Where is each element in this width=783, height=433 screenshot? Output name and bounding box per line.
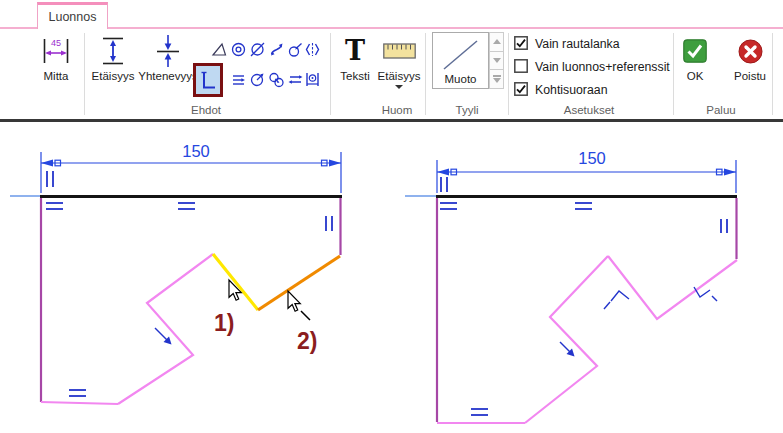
group-separator bbox=[772, 33, 773, 115]
dimension-value: 150 bbox=[182, 142, 210, 160]
down-arrow-icon bbox=[493, 58, 501, 63]
dim-arrowhead bbox=[724, 169, 736, 176]
left-figure: 150 bbox=[10, 142, 342, 404]
sample-dimension-value: 45 bbox=[51, 38, 61, 48]
equal-constraint-mark bbox=[471, 409, 488, 415]
sketch-canvas: 150 bbox=[0, 130, 783, 433]
right-figure: 150 bbox=[405, 149, 737, 423]
equal-constraint-mark bbox=[440, 203, 457, 209]
bottom-edge[interactable] bbox=[41, 402, 118, 404]
checkbox-label: Kohtisuoraan bbox=[535, 83, 607, 97]
checkbox-row-kohtisuoraan[interactable]: Kohtisuoraan bbox=[514, 81, 670, 99]
teksti-label: Teksti bbox=[340, 70, 369, 82]
ok-label: OK bbox=[687, 70, 704, 82]
ruler-icon bbox=[383, 33, 416, 69]
angle-constraint-icon[interactable] bbox=[210, 40, 228, 58]
step-label-2: 2) bbox=[297, 328, 317, 354]
teksti-button[interactable]: T Teksti bbox=[333, 33, 377, 82]
checkbox-label: Vain luonnos+referenssit bbox=[535, 60, 670, 74]
cursor-line-glyph bbox=[301, 311, 310, 320]
style-gallery-spinner bbox=[489, 32, 504, 89]
group-label-tyyli: Tyyli bbox=[456, 104, 479, 116]
ribbon-bottom-border bbox=[0, 119, 783, 122]
vain-luonnos-checkbox[interactable] bbox=[514, 59, 528, 76]
exit-x-icon bbox=[738, 33, 763, 69]
ok-button[interactable]: OK bbox=[678, 33, 712, 82]
group-label-ehdot: Ehdot bbox=[191, 104, 221, 116]
parallel-constraint-icon[interactable] bbox=[286, 70, 304, 88]
etaisyys-annotation-label: Etäisyys bbox=[378, 70, 421, 82]
step-label-1: 1) bbox=[214, 310, 234, 336]
muoto-button[interactable]: Muoto bbox=[432, 32, 489, 89]
more-arrow-icon bbox=[493, 75, 501, 83]
group-label-asetukset: Asetukset bbox=[564, 104, 615, 116]
etaisyys-constraint-button[interactable]: Etäisyys bbox=[86, 33, 140, 82]
settings-checkbox-list: Vain rautalanka Vain luonnos+referenssit… bbox=[514, 35, 670, 99]
ribbon: 45 Mitta Etäisyys bbox=[0, 29, 783, 119]
group-separator bbox=[673, 33, 674, 115]
diameter-constraint-icon[interactable] bbox=[248, 40, 266, 58]
equal-constraint-mark bbox=[46, 203, 63, 209]
group-label-huom: Huom bbox=[382, 104, 413, 116]
mitta-button[interactable]: 45 Mitta bbox=[30, 33, 82, 82]
coincident-icon bbox=[154, 33, 182, 69]
dim-arrowhead bbox=[41, 160, 53, 167]
tab-label: Luonnos bbox=[49, 10, 97, 24]
equal-radius-constraint-icon[interactable] bbox=[267, 70, 285, 88]
muoto-label: Muoto bbox=[445, 73, 477, 85]
staircase-edges[interactable] bbox=[525, 256, 608, 423]
dim-arrowhead bbox=[329, 160, 341, 167]
parallel-constraint-mark bbox=[47, 171, 53, 187]
vertical-distance-icon bbox=[100, 33, 126, 69]
perpendicular-constraint-mark bbox=[604, 291, 629, 309]
gallery-down-button[interactable] bbox=[489, 52, 504, 71]
dimension-value: 150 bbox=[578, 149, 606, 167]
equal-constraint-mark bbox=[178, 203, 195, 209]
highlighted-segment-1[interactable] bbox=[213, 254, 258, 310]
etaisyys-annotation-button[interactable]: Etäisyys bbox=[374, 33, 424, 89]
checkbox-row-vain-rautalanka[interactable]: Vain rautalanka bbox=[514, 35, 670, 53]
parallel-constraint-mark bbox=[326, 216, 332, 231]
up-arrow-icon bbox=[493, 39, 501, 44]
group-separator bbox=[84, 33, 85, 115]
dim-arrowhead bbox=[437, 169, 449, 176]
parallel-constraint-mark bbox=[441, 177, 447, 192]
mitta-label: Mitta bbox=[44, 70, 69, 82]
poistu-button[interactable]: Poistu bbox=[724, 33, 776, 82]
tangent-constraint-icon[interactable] bbox=[267, 40, 285, 58]
ok-check-icon bbox=[683, 33, 707, 69]
perpendicular-constraint-icon-selected[interactable] bbox=[193, 63, 223, 97]
dropdown-caret-icon[interactable] bbox=[395, 85, 403, 89]
group-separator bbox=[508, 33, 509, 115]
tab-luonnos[interactable]: Luonnos bbox=[37, 2, 108, 29]
dimension-icon: 45 bbox=[41, 33, 71, 69]
equal-constraint-mark bbox=[575, 203, 592, 209]
notch-edges[interactable] bbox=[608, 256, 737, 319]
yhtenevyys-label: Yhtenevyys bbox=[138, 70, 197, 82]
symmetric-constraint-icon[interactable] bbox=[303, 40, 321, 58]
concentric-constraint-icon[interactable] bbox=[229, 40, 247, 58]
gallery-up-button[interactable] bbox=[489, 32, 504, 52]
gallery-more-button[interactable] bbox=[489, 70, 504, 89]
direction-arrow-mark bbox=[560, 342, 575, 357]
direction-arrow-mark bbox=[155, 328, 172, 345]
parallel-constraint-mark bbox=[721, 219, 727, 233]
group-label-paluu: Paluu bbox=[706, 104, 735, 116]
poistu-label: Poistu bbox=[734, 70, 766, 82]
text-icon: T bbox=[345, 33, 365, 69]
line-style-icon bbox=[433, 37, 488, 73]
checkbox-row-vain-luonnos[interactable]: Vain luonnos+referenssit bbox=[514, 58, 670, 76]
staircase-edges[interactable] bbox=[118, 254, 213, 404]
equal-constraint-mark bbox=[69, 390, 86, 396]
app-window: Luonnos 45 Mitta bbox=[0, 0, 783, 433]
fixed-point-constraint-icon[interactable] bbox=[303, 70, 321, 88]
kohtisuoraan-checkbox[interactable] bbox=[514, 82, 528, 99]
vain-rautalanka-checkbox[interactable] bbox=[514, 36, 528, 53]
cursor-arrow-2 bbox=[288, 291, 300, 311]
yhtenevyys-button[interactable]: Yhtenevyys bbox=[136, 33, 200, 82]
collinear-constraint-icon[interactable] bbox=[229, 70, 247, 88]
radius-constraint-icon[interactable] bbox=[248, 70, 266, 88]
group-separator bbox=[330, 33, 331, 115]
tangent-point-constraint-icon[interactable] bbox=[286, 40, 304, 58]
group-separator bbox=[425, 33, 426, 115]
